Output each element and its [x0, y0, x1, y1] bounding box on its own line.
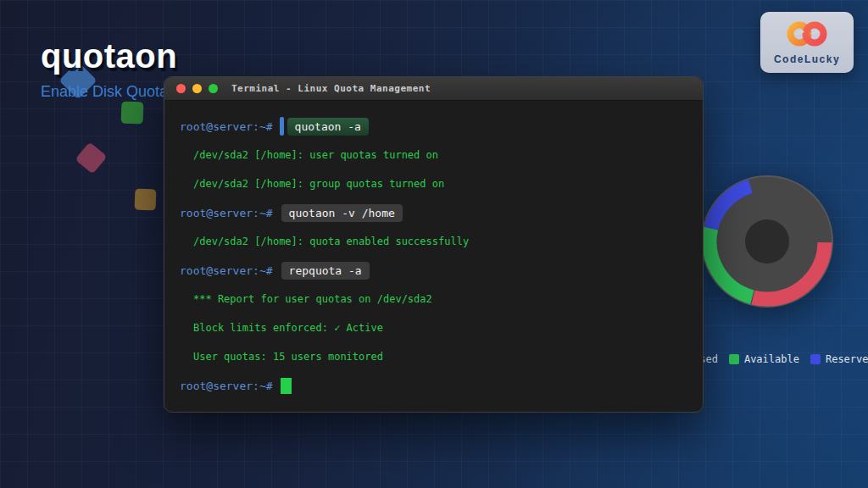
page-title: quotaon [41, 37, 177, 75]
terminal-window[interactable]: Terminal - Linux Quota Management root@s… [164, 76, 704, 413]
chart-legend: UsedAvailableReserved [678, 353, 868, 365]
donut-chart-svg [699, 174, 835, 309]
output-text: User quotas: 15 users monitored [193, 351, 383, 363]
output-text: *** Report for user quotas on /dev/sda2 [193, 293, 432, 305]
command-chip: quotaon -a [287, 118, 369, 136]
close-button[interactable] [176, 84, 186, 93]
terminal-output-line: /dev/sda2 [/home]: quota enabled success… [180, 227, 687, 256]
terminal-idle-prompt-line: root@server:~# [180, 371, 687, 400]
stage: quotaon Enable Disk Quotas CodeLucky [0, 0, 868, 488]
terminal-output-line: /dev/sda2 [/home]: user quotas turned on [180, 141, 687, 169]
terminal-titlebar[interactable]: Terminal - Linux Quota Management [164, 77, 703, 101]
decor-square-brown [135, 189, 157, 211]
minimize-button[interactable] [192, 84, 202, 93]
output-text: Block limits enforced: ✓ Active [193, 322, 383, 334]
legend-swatch [729, 354, 739, 364]
legend-item-available: Available [729, 353, 799, 365]
page-header: quotaon Enable Disk Quotas [41, 37, 177, 101]
legend-item-reserved: Reserved [810, 353, 868, 365]
command-chip: quotaon -v /home [281, 204, 403, 222]
shell-prompt: root@server:~# [180, 380, 273, 392]
page-subtitle: Enable Disk Quotas [41, 83, 177, 101]
maximize-button[interactable] [209, 84, 218, 93]
terminal-command-line: root@server:~#repquota -a [180, 256, 687, 285]
terminal-output-line: Block limits enforced: ✓ Active [180, 313, 687, 342]
output-text: /dev/sda2 [/home]: group quotas turned o… [193, 178, 444, 190]
command-chip: repquota -a [281, 262, 370, 280]
terminal-command-line: root@server:~#quotaon -a [180, 112, 687, 141]
donut-hole [745, 219, 789, 263]
infinity-logo-icon [781, 19, 833, 52]
terminal-output-line: /dev/sda2 [/home]: group quotas turned o… [180, 169, 687, 198]
block-cursor [281, 378, 292, 394]
cursor-bar [280, 117, 284, 136]
legend-swatch [810, 354, 821, 364]
legend-label: Reserved [826, 353, 868, 365]
disk-usage-donut-chart [699, 174, 835, 313]
terminal-output-line: *** Report for user quotas on /dev/sda2 [180, 285, 687, 313]
output-text: /dev/sda2 [/home]: user quotas turned on [193, 149, 438, 161]
shell-prompt: root@server:~# [180, 207, 273, 219]
brand-name: CodeLucky [774, 53, 840, 65]
shell-prompt: root@server:~# [180, 120, 273, 133]
output-text: /dev/sda2 [/home]: quota enabled success… [193, 236, 469, 247]
shell-prompt: root@server:~# [180, 264, 273, 277]
brand-card: CodeLucky [760, 12, 854, 73]
terminal-title: Terminal - Linux Quota Management [231, 83, 431, 94]
decor-square-green [121, 102, 144, 125]
terminal-content[interactable]: root@server:~#quotaon -a/dev/sda2 [/home… [164, 101, 703, 400]
terminal-output-line: User quotas: 15 users monitored [180, 342, 687, 371]
terminal-command-line: root@server:~#quotaon -v /home [180, 198, 687, 227]
legend-label: Available [744, 353, 799, 365]
